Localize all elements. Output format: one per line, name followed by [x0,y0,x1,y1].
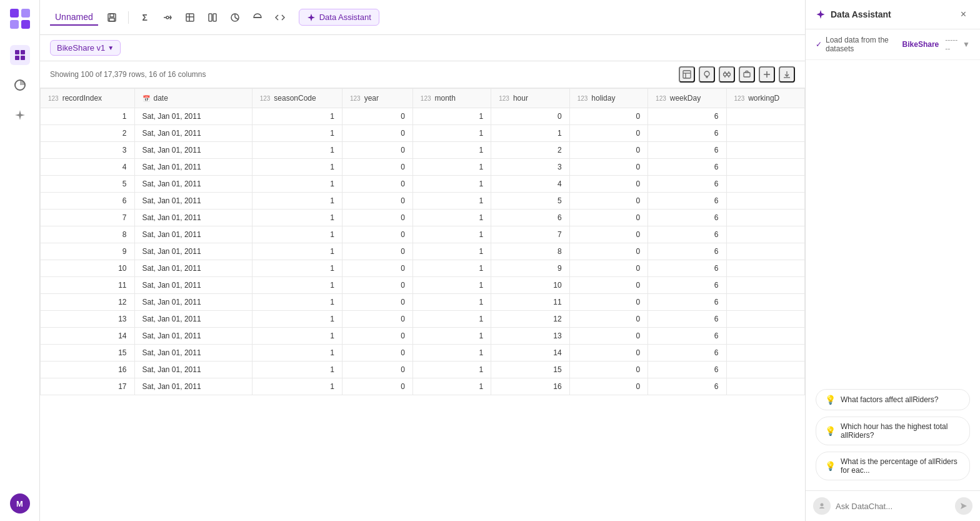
left-sidebar: M [0,0,40,521]
col-header-workingd: workingD [748,94,779,103]
table-cell [726,345,804,362]
table-cell: 6 [648,260,726,277]
table-cell: 1 [252,108,342,125]
toolbar-code-btn[interactable] [271,9,289,26]
table-cell: 6 [648,142,726,159]
tab-unnamed[interactable]: Unnamed [50,9,98,26]
toolbar-pie-btn[interactable] [226,9,244,26]
table-cell: 0 [569,176,648,193]
toolbar-sigma-btn[interactable]: Σ [136,9,154,26]
table-cell: 0 [342,159,412,176]
svg-point-13 [166,16,169,19]
table-cell: Sat, Jan 01, 2011 [134,159,252,176]
table-cell: 0 [342,210,412,226]
table-cell: 0 [342,193,412,210]
suggestion-text-3: What is the percentage of allRiders for … [841,457,961,475]
table-cell: Sat, Jan 01, 2011 [134,125,252,142]
table-cell: 1 [252,378,342,395]
user-avatar[interactable]: M [10,493,30,513]
table-info-icons [679,66,795,83]
table-cell: 7 [41,210,135,226]
table-cell: 5 [41,176,135,193]
sidebar-item-grid[interactable] [10,45,30,65]
table-cell: 0 [342,277,412,294]
check-icon: ✓ [816,40,822,49]
dataset-selector[interactable]: BikeShare v1 ▼ [50,40,121,56]
table-cell: 0 [342,108,412,125]
col-type-hour: 123 [499,95,509,102]
table-cell: 6 [648,159,726,176]
toolbar-save-btn[interactable] [103,9,121,26]
table-cell: 0 [342,243,412,260]
table-cell: 6 [648,328,726,345]
suggestion-1[interactable]: 💡 What factors affect allRiders? [816,389,970,410]
table-cell [726,243,804,260]
expand-icon[interactable]: ▼ [962,40,970,49]
table-cell: Sat, Jan 01, 2011 [134,294,252,311]
table-cell: 15 [491,362,569,378]
info-add-icon[interactable] [759,66,775,83]
panel-header: Data Assistant × [806,0,980,29]
table-cell: 3 [491,159,569,176]
col-header-recordindex: recordIndex [62,94,102,103]
info-tag-icon[interactable] [739,66,755,83]
chat-send-button[interactable] [955,497,972,515]
table-cell: 0 [342,345,412,362]
app-logo[interactable] [9,8,31,30]
table-cell: 1 [252,176,342,193]
table-cell: 6 [648,294,726,311]
table-row: 12Sat, Jan 01, 20111011106 [41,294,805,311]
table-cell: 16 [41,362,135,378]
svg-rect-32 [744,73,750,77]
table-cell: 0 [342,226,412,243]
info-link-icon[interactable] [719,66,735,83]
table-row: 5Sat, Jan 01, 2011101406 [41,176,805,193]
table-container: Showing 100 of 17,379 rows, 16 of 16 col… [40,61,805,521]
table-cell [726,362,804,378]
table-cell: 6 [648,362,726,378]
data-assistant-button[interactable]: Data Assistant [299,9,379,26]
table-cell: 0 [342,260,412,277]
sidebar-item-chart[interactable] [10,75,30,95]
data-table-scroll[interactable]: 123 recordIndex 📅 date [40,88,805,521]
panel-close-button[interactable]: × [957,8,970,21]
table-cell: 0 [569,108,648,125]
table-cell [726,176,804,193]
sidebar-item-magic[interactable] [10,105,30,125]
table-cell: 6 [648,243,726,260]
toolbar-half-circle-btn[interactable] [249,9,266,26]
table-cell: 0 [342,176,412,193]
svg-marker-37 [817,10,825,19]
table-cell: 1 [252,328,342,345]
toolbar-columns-btn[interactable] [204,9,221,26]
chat-input[interactable] [836,502,950,511]
toolbar-pipeline-btn[interactable] [159,9,176,26]
table-view-icon[interactable] [679,66,695,83]
suggestion-3[interactable]: 💡 What is the percentage of allRiders fo… [816,452,970,480]
table-cell: 1 [252,294,342,311]
table-cell: 6 [648,108,726,125]
info-download-icon[interactable] [779,66,795,83]
table-cell: 0 [342,294,412,311]
table-cell: 1 [412,125,491,142]
table-row: 10Sat, Jan 01, 2011101906 [41,260,805,277]
table-cell: 12 [41,294,135,311]
table-cell: 1 [252,260,342,277]
voice-send-button[interactable] [813,497,831,515]
col-header-date: date [154,94,168,103]
table-cell: 15 [41,345,135,362]
table-cell: 4 [491,176,569,193]
col-type-recordindex: 123 [48,95,59,102]
panel-dataset-row: ✓ Load data from the datasets BikeShare … [806,29,980,60]
suggestion-2[interactable]: 💡 Which hour has the highest total allRi… [816,417,970,445]
table-cell: Sat, Jan 01, 2011 [134,345,252,362]
table-cell: 1 [412,193,491,210]
svg-rect-7 [21,56,25,60]
table-cell: Sat, Jan 01, 2011 [134,176,252,193]
table-cell [726,210,804,226]
table-cell: 0 [569,243,648,260]
toolbar-grid-btn[interactable] [181,9,199,26]
table-cell: 4 [41,159,135,176]
info-bulb-icon[interactable] [699,66,715,83]
svg-rect-12 [109,18,114,21]
